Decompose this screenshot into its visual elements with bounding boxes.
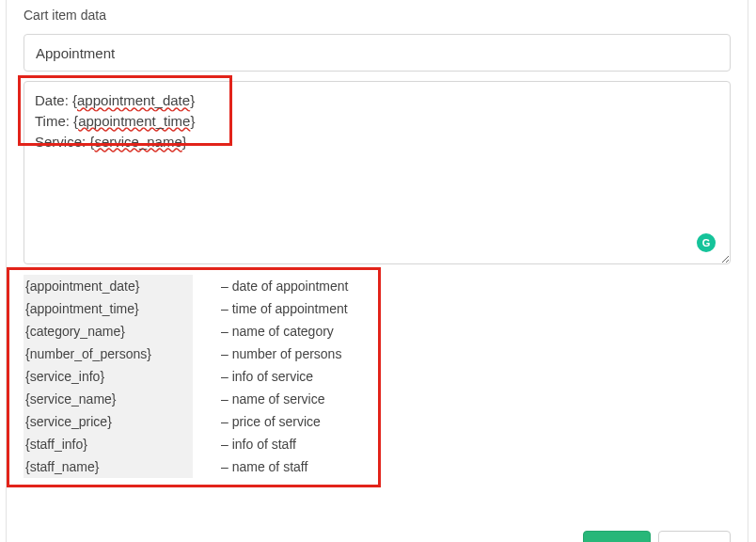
table-row: {number_of_persons}– number of persons [24,343,348,365]
table-row: {service_name}– name of service [24,388,348,410]
shortcode-desc: – name of staff [193,455,348,478]
shortcodes-table: {appointment_date}– date of appointment{… [24,275,348,478]
grammarly-glyph: G [702,237,711,248]
shortcode-code[interactable]: {service_name} [24,388,193,410]
shortcode-desc: – number of persons [193,343,348,365]
shortcode-code[interactable]: {staff_name} [24,455,193,478]
table-row: {service_price}– price of service [24,410,348,433]
shortcode-code[interactable]: {service_price} [24,410,193,433]
cart-item-data-panel: Cart item data Date: {appointment_date}T… [6,0,748,542]
template-textarea[interactable] [24,81,731,264]
table-row: {service_info}– info of service [24,365,348,388]
title-input[interactable] [24,34,731,72]
shortcode-code[interactable]: {category_name} [24,320,193,343]
section-label: Cart item data [24,0,731,23]
table-row: {appointment_date}– date of appointment [24,275,348,297]
shortcode-code[interactable]: {appointment_date} [24,275,193,297]
table-row: {category_name}– name of category [24,320,348,343]
button-row: Save Reset [24,531,731,542]
shortcode-desc: – name of service [193,388,348,410]
shortcode-code[interactable]: {staff_info} [24,433,193,455]
shortcode-desc: – date of appointment [193,275,348,297]
shortcodes-section: {appointment_date}– date of appointment{… [24,275,731,478]
shortcode-desc: – info of staff [193,433,348,455]
save-button[interactable]: Save [583,531,651,542]
shortcode-code[interactable]: {number_of_persons} [24,343,193,365]
table-row: {staff_info}– info of staff [24,433,348,455]
shortcode-desc: – info of service [193,365,348,388]
reset-button[interactable]: Reset [658,531,731,542]
shortcode-code[interactable]: {service_info} [24,365,193,388]
shortcode-code[interactable]: {appointment_time} [24,297,193,320]
shortcode-desc: – time of appointment [193,297,348,320]
grammarly-icon[interactable]: G [697,233,716,252]
table-row: {staff_name}– name of staff [24,455,348,478]
shortcode-desc: – price of service [193,410,348,433]
shortcode-desc: – name of category [193,320,348,343]
table-row: {appointment_time}– time of appointment [24,297,348,320]
textarea-wrap: Date: {appointment_date}Time: {appointme… [24,81,731,267]
